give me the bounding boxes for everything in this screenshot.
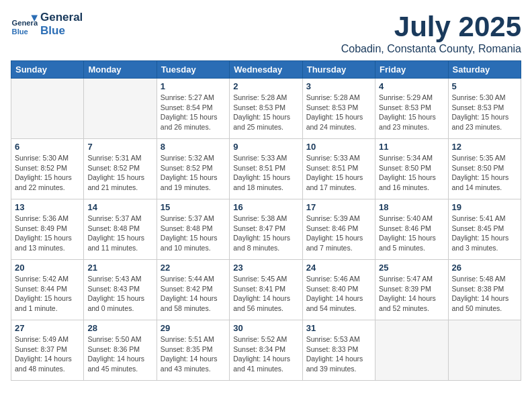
- day-info: Sunrise: 5:30 AM Sunset: 8:52 PM Dayligh…: [15, 153, 80, 193]
- day-info: Sunrise: 5:28 AM Sunset: 8:53 PM Dayligh…: [233, 93, 298, 132]
- day-number: 5: [452, 81, 517, 91]
- weekday-header-row: SundayMondayTuesdayWednesdayThursdayFrid…: [11, 61, 521, 79]
- day-info: Sunrise: 5:37 AM Sunset: 8:48 PM Dayligh…: [161, 214, 226, 253]
- day-info: Sunrise: 5:33 AM Sunset: 8:51 PM Dayligh…: [306, 153, 371, 193]
- weekday-header-thursday: Thursday: [302, 61, 375, 79]
- day-info: Sunrise: 5:46 AM Sunset: 8:40 PM Dayligh…: [306, 274, 371, 314]
- calendar-cell: 23Sunrise: 5:45 AM Sunset: 8:41 PM Dayli…: [230, 260, 302, 320]
- day-info: Sunrise: 5:34 AM Sunset: 8:50 PM Dayligh…: [379, 153, 444, 193]
- day-info: Sunrise: 5:42 AM Sunset: 8:44 PM Dayligh…: [15, 274, 80, 314]
- calendar-cell: [84, 79, 157, 139]
- week-row-2: 6Sunrise: 5:30 AM Sunset: 8:52 PM Daylig…: [11, 139, 521, 199]
- svg-text:General: General: [12, 19, 38, 27]
- calendar-cell: 31Sunrise: 5:53 AM Sunset: 8:33 PM Dayli…: [302, 320, 375, 381]
- calendar-cell: 3Sunrise: 5:28 AM Sunset: 8:53 PM Daylig…: [302, 79, 375, 139]
- week-row-1: 1Sunrise: 5:27 AM Sunset: 8:54 PM Daylig…: [11, 79, 521, 139]
- day-number: 6: [15, 142, 80, 152]
- calendar-cell: 14Sunrise: 5:37 AM Sunset: 8:48 PM Dayli…: [84, 199, 157, 260]
- calendar-cell: 30Sunrise: 5:52 AM Sunset: 8:34 PM Dayli…: [230, 320, 302, 381]
- day-number: 29: [161, 323, 226, 333]
- day-number: 10: [306, 142, 371, 152]
- calendar-cell: 20Sunrise: 5:42 AM Sunset: 8:44 PM Dayli…: [11, 260, 84, 320]
- day-info: Sunrise: 5:41 AM Sunset: 8:45 PM Dayligh…: [452, 214, 517, 253]
- logo-icon: General Blue: [11, 11, 38, 38]
- calendar-cell: [11, 79, 84, 139]
- calendar-cell: 8Sunrise: 5:32 AM Sunset: 8:52 PM Daylig…: [157, 139, 229, 199]
- calendar-cell: 16Sunrise: 5:38 AM Sunset: 8:47 PM Dayli…: [230, 199, 302, 260]
- day-info: Sunrise: 5:39 AM Sunset: 8:46 PM Dayligh…: [306, 214, 371, 253]
- day-number: 31: [306, 323, 371, 333]
- day-info: Sunrise: 5:52 AM Sunset: 8:34 PM Dayligh…: [233, 334, 298, 374]
- day-number: 25: [379, 263, 444, 273]
- weekday-header-sunday: Sunday: [11, 61, 84, 79]
- page-header: General Blue General Blue July 2025 Coba…: [11, 11, 521, 55]
- week-row-4: 20Sunrise: 5:42 AM Sunset: 8:44 PM Dayli…: [11, 260, 521, 320]
- weekday-header-tuesday: Tuesday: [157, 61, 229, 79]
- calendar-cell: 27Sunrise: 5:49 AM Sunset: 8:37 PM Dayli…: [11, 320, 84, 381]
- day-number: 8: [161, 142, 226, 152]
- calendar-cell: 9Sunrise: 5:33 AM Sunset: 8:51 PM Daylig…: [230, 139, 302, 199]
- day-number: 13: [15, 202, 80, 212]
- day-info: Sunrise: 5:38 AM Sunset: 8:47 PM Dayligh…: [233, 214, 298, 253]
- day-number: 20: [15, 263, 80, 273]
- logo: General Blue General Blue: [11, 11, 83, 38]
- day-info: Sunrise: 5:35 AM Sunset: 8:50 PM Dayligh…: [452, 153, 517, 193]
- day-number: 7: [87, 142, 152, 152]
- day-number: 16: [233, 202, 298, 212]
- day-number: 22: [161, 263, 226, 273]
- logo-blue: Blue: [40, 24, 83, 38]
- day-number: 4: [379, 81, 444, 91]
- weekday-header-wednesday: Wednesday: [230, 61, 302, 79]
- calendar-cell: 10Sunrise: 5:33 AM Sunset: 8:51 PM Dayli…: [302, 139, 375, 199]
- day-number: 9: [233, 142, 298, 152]
- day-number: 28: [87, 323, 152, 333]
- calendar-cell: 21Sunrise: 5:43 AM Sunset: 8:43 PM Dayli…: [84, 260, 157, 320]
- day-info: Sunrise: 5:30 AM Sunset: 8:53 PM Dayligh…: [452, 93, 517, 132]
- calendar-cell: 7Sunrise: 5:31 AM Sunset: 8:52 PM Daylig…: [84, 139, 157, 199]
- month-title: July 2025: [341, 11, 521, 43]
- logo-general: General: [40, 11, 83, 24]
- calendar-cell: 18Sunrise: 5:40 AM Sunset: 8:46 PM Dayli…: [375, 199, 448, 260]
- day-info: Sunrise: 5:43 AM Sunset: 8:43 PM Dayligh…: [87, 274, 152, 314]
- calendar-cell: 11Sunrise: 5:34 AM Sunset: 8:50 PM Dayli…: [375, 139, 448, 199]
- svg-text:Blue: Blue: [12, 28, 28, 36]
- calendar-cell: [448, 320, 521, 381]
- day-number: 15: [161, 202, 226, 212]
- calendar-cell: 25Sunrise: 5:47 AM Sunset: 8:39 PM Dayli…: [375, 260, 448, 320]
- calendar-cell: 13Sunrise: 5:36 AM Sunset: 8:49 PM Dayli…: [11, 199, 84, 260]
- calendar-cell: 26Sunrise: 5:48 AM Sunset: 8:38 PM Dayli…: [448, 260, 521, 320]
- calendar-cell: 5Sunrise: 5:30 AM Sunset: 8:53 PM Daylig…: [448, 79, 521, 139]
- calendar-cell: 6Sunrise: 5:30 AM Sunset: 8:52 PM Daylig…: [11, 139, 84, 199]
- calendar-cell: 19Sunrise: 5:41 AM Sunset: 8:45 PM Dayli…: [448, 199, 521, 260]
- calendar-cell: 1Sunrise: 5:27 AM Sunset: 8:54 PM Daylig…: [157, 79, 229, 139]
- day-number: 1: [161, 81, 226, 91]
- calendar-cell: 29Sunrise: 5:51 AM Sunset: 8:35 PM Dayli…: [157, 320, 229, 381]
- day-info: Sunrise: 5:33 AM Sunset: 8:51 PM Dayligh…: [233, 153, 298, 193]
- day-info: Sunrise: 5:28 AM Sunset: 8:53 PM Dayligh…: [306, 93, 371, 132]
- day-number: 19: [452, 202, 517, 212]
- calendar-table: SundayMondayTuesdayWednesdayThursdayFrid…: [11, 60, 521, 381]
- day-number: 30: [233, 323, 298, 333]
- calendar-cell: 2Sunrise: 5:28 AM Sunset: 8:53 PM Daylig…: [230, 79, 302, 139]
- day-number: 2: [233, 81, 298, 91]
- day-number: 23: [233, 263, 298, 273]
- weekday-header-friday: Friday: [375, 61, 448, 79]
- calendar-cell: 24Sunrise: 5:46 AM Sunset: 8:40 PM Dayli…: [302, 260, 375, 320]
- day-info: Sunrise: 5:44 AM Sunset: 8:42 PM Dayligh…: [161, 274, 226, 314]
- day-info: Sunrise: 5:36 AM Sunset: 8:49 PM Dayligh…: [15, 214, 80, 253]
- day-info: Sunrise: 5:37 AM Sunset: 8:48 PM Dayligh…: [87, 214, 152, 253]
- week-row-5: 27Sunrise: 5:49 AM Sunset: 8:37 PM Dayli…: [11, 320, 521, 381]
- day-info: Sunrise: 5:48 AM Sunset: 8:38 PM Dayligh…: [452, 274, 517, 314]
- day-info: Sunrise: 5:45 AM Sunset: 8:41 PM Dayligh…: [233, 274, 298, 314]
- day-number: 18: [379, 202, 444, 212]
- day-number: 26: [452, 263, 517, 273]
- day-info: Sunrise: 5:50 AM Sunset: 8:36 PM Dayligh…: [87, 334, 152, 374]
- day-info: Sunrise: 5:47 AM Sunset: 8:39 PM Dayligh…: [379, 274, 444, 314]
- week-row-3: 13Sunrise: 5:36 AM Sunset: 8:49 PM Dayli…: [11, 199, 521, 260]
- calendar-cell: 28Sunrise: 5:50 AM Sunset: 8:36 PM Dayli…: [84, 320, 157, 381]
- day-info: Sunrise: 5:32 AM Sunset: 8:52 PM Dayligh…: [161, 153, 226, 193]
- day-number: 27: [15, 323, 80, 333]
- weekday-header-monday: Monday: [84, 61, 157, 79]
- day-number: 14: [87, 202, 152, 212]
- location-subtitle: Cobadin, Constanta County, Romania: [341, 43, 521, 55]
